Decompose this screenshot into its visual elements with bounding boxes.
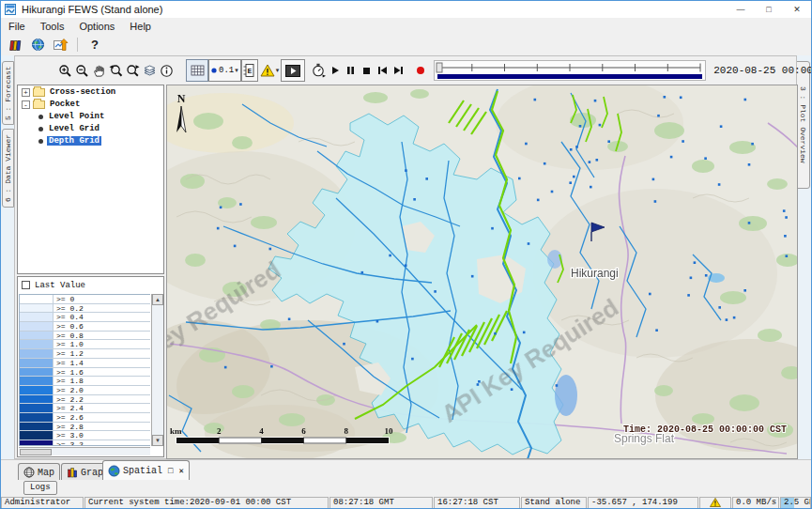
legend-row[interactable]: >= 1.2 [20, 349, 150, 359]
tree-item-depth-grid[interactable]: Depth Grid [38, 135, 163, 147]
map-toolbar: 0.1 ▾ E [15, 56, 796, 85]
legend-row[interactable]: >= 0 [20, 295, 150, 304]
legend-color-swatch [20, 423, 54, 431]
tab-close-icon[interactable]: ✕ [178, 466, 183, 476]
info-icon [160, 64, 174, 78]
grid-display-button[interactable] [186, 59, 208, 82]
legend-row[interactable]: >= 1.0 [20, 340, 150, 349]
tab-map[interactable]: Map [18, 463, 60, 481]
spatial-panel: 5 : Forecast 6 : Data Viewer 3 : Plot Ov… [1, 55, 811, 459]
timer-button[interactable] [310, 60, 327, 81]
svg-text:E: E [248, 67, 253, 75]
legend-threshold-label: >= 1.2 [54, 349, 150, 358]
bar-chart-icon [67, 467, 78, 478]
skip-end-button[interactable] [391, 60, 406, 81]
legend-row[interactable]: >= 3.2 [20, 440, 150, 446]
tab-maximize-icon[interactable]: □ [168, 467, 173, 476]
stop-icon [362, 67, 371, 75]
tree-item-label: Pocket [48, 100, 82, 109]
collapse-icon[interactable]: - [22, 100, 30, 109]
time-slider[interactable] [434, 59, 706, 82]
node-bullet-icon [38, 115, 43, 119]
legend-threshold-label: >= 1.4 [54, 359, 150, 367]
tab-spatial-label: Spatial [123, 466, 162, 476]
minimize-button[interactable]: — [727, 1, 755, 18]
skip-start-button[interactable] [375, 60, 391, 81]
menu-tools[interactable]: Tools [33, 21, 72, 32]
menu-options[interactable]: Options [71, 21, 122, 32]
pan-button[interactable] [90, 60, 107, 81]
legend-row[interactable]: >= 0.4 [20, 313, 150, 322]
logs-row: Logs [1, 480, 811, 497]
map-canvas[interactable]: API Key Required API Key Required Hikura… [167, 85, 798, 459]
tree-item-level-grid[interactable]: Level Grid [38, 123, 163, 134]
legend-row[interactable]: >= 1.4 [20, 359, 150, 368]
tree-item-level-point[interactable]: Level Point [38, 111, 163, 122]
legend-row[interactable]: >= 2.4 [20, 404, 150, 413]
data-display-button[interactable] [4, 36, 26, 54]
tab-plot-overview[interactable]: 3 : Plot Overview [796, 61, 810, 189]
layer-tree: + Cross-section - Pocket Level Point [17, 85, 164, 274]
chevron-down-icon: ▾ [276, 67, 280, 74]
warning-threshold-dropdown[interactable]: ▾ [258, 60, 282, 81]
spatial-display-button[interactable] [49, 36, 71, 54]
legend-row[interactable]: >= 2.6 [20, 413, 150, 423]
legend-row[interactable]: >= 0.6 [20, 322, 150, 332]
app-window: Hikurangi FEWS (Stand alone) — □ ✕ File … [0, 0, 812, 509]
tree-item-cross-section[interactable]: + Cross-section [18, 86, 163, 98]
map-time-label: Time: 2020-08-25 00:00:00 CST [623, 424, 787, 435]
classbreak-interval-dropdown[interactable]: 0.1 ▾ [208, 59, 241, 82]
map-display-button[interactable] [26, 36, 49, 54]
record-button[interactable] [412, 60, 428, 81]
legend-color-swatch [20, 313, 54, 321]
legend-row[interactable]: >= 0.2 [20, 304, 150, 314]
status-warning[interactable] [699, 497, 731, 509]
info-button[interactable] [158, 60, 175, 81]
legend-row[interactable]: >= 2.8 [20, 423, 150, 432]
legend-row[interactable]: >= 2.2 [20, 395, 150, 405]
tab-forecast[interactable]: 5 : Forecast [2, 61, 14, 125]
map-viewport[interactable]: API Key Required API Key Required Hikura… [166, 85, 798, 459]
layers-button[interactable] [141, 60, 158, 81]
scrollbar-thumb[interactable] [20, 449, 52, 455]
legend-horizontal-scrollbar[interactable] [19, 447, 150, 455]
legend-row[interactable]: >= 1.6 [20, 368, 150, 378]
tab-spatial[interactable]: Spatial □ ✕ [102, 460, 190, 481]
legend-row[interactable]: >= 3.0 [20, 431, 150, 440]
zoom-next-button[interactable] [124, 60, 141, 81]
play-button[interactable] [327, 60, 343, 81]
legend-row[interactable]: >= 2.0 [20, 386, 150, 395]
zoom-previous-button[interactable] [107, 60, 124, 81]
legend-threshold-label: >= 1.8 [54, 377, 150, 385]
close-button[interactable]: ✕ [783, 1, 811, 18]
legend-row[interactable]: >= 1.8 [20, 377, 150, 386]
menu-help[interactable]: Help [122, 21, 159, 32]
legend-vertical-scrollbar[interactable]: ▲ ▼ [151, 294, 163, 446]
legend-threshold-label: >= 2.8 [54, 423, 150, 431]
movie-button[interactable] [281, 59, 305, 82]
scale-E-icon: E [243, 63, 255, 78]
legend-row[interactable]: >= 0.8 [20, 332, 150, 341]
last-value-checkbox[interactable] [22, 281, 30, 289]
status-user: Administrator [1, 497, 84, 509]
last-value-option[interactable]: Last Value [18, 277, 163, 293]
time-slider-handle[interactable] [437, 63, 442, 72]
tree-item-pocket[interactable]: - Pocket [18, 99, 163, 110]
menu-file[interactable]: File [1, 21, 33, 32]
scroll-up-icon[interactable]: ▲ [152, 294, 163, 305]
expand-icon[interactable]: + [22, 88, 30, 97]
scale-button[interactable]: E [241, 59, 258, 82]
pause-button[interactable] [343, 60, 359, 81]
tab-data-viewer[interactable]: 6 : Data Viewer [2, 129, 14, 208]
legend-color-swatch [20, 368, 54, 377]
zoom-in-button[interactable] [56, 60, 73, 81]
maximize-button[interactable]: □ [755, 1, 783, 18]
stop-button[interactable] [359, 60, 375, 81]
legend-color-swatch [20, 340, 54, 348]
legend-color-swatch [20, 304, 54, 313]
title-bar: Hikurangi FEWS (Stand alone) — □ ✕ [1, 1, 811, 18]
help-button[interactable]: ? [84, 36, 106, 54]
logs-button[interactable]: Logs [23, 481, 57, 495]
zoom-out-button[interactable] [73, 60, 90, 81]
scroll-down-icon[interactable]: ▼ [152, 435, 163, 446]
